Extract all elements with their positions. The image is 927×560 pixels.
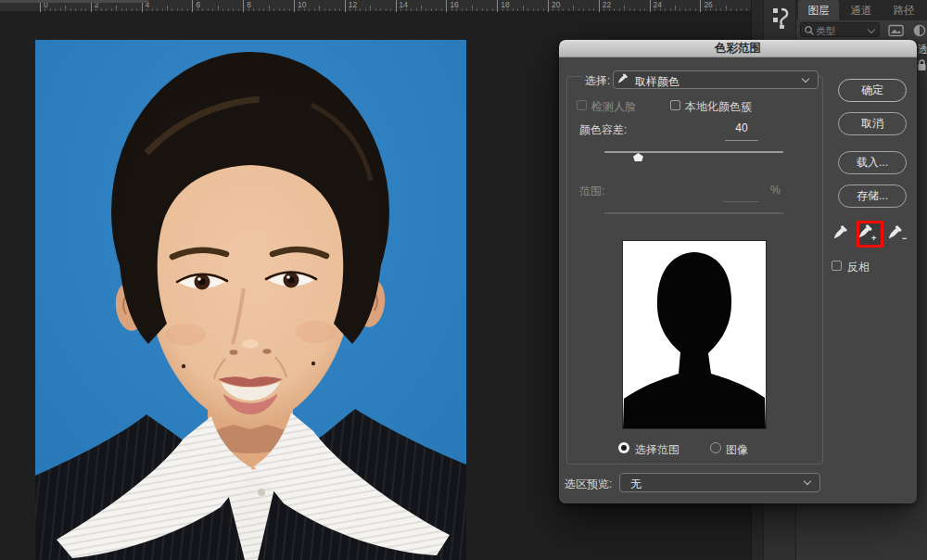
search-icon: [804, 25, 815, 36]
ruler-number: 24: [650, 0, 662, 12]
range-value-underline: [723, 201, 758, 202]
panel-tabbar: 图层 通道 路径: [796, 0, 927, 20]
eyedropper-plus-highlight[interactable]: +: [857, 221, 883, 248]
document-photo[interactable]: [35, 40, 466, 560]
portrait-photo-graphic: [35, 40, 466, 560]
ruler-number: 16: [446, 0, 458, 12]
fuzziness-label: 颜色容差:: [579, 122, 627, 138]
eyedropper-minus-tool[interactable]: −: [889, 224, 909, 245]
image-radio[interactable]: [710, 442, 721, 453]
eyedropper-plus-icon: [859, 223, 880, 244]
cancel-button[interactable]: 取消: [838, 112, 907, 135]
photoshop-workspace: 02468101214161820222426 图层 通道 路径: [0, 0, 927, 560]
fuzziness-slider-track[interactable]: [604, 151, 783, 153]
tab-layers[interactable]: 图层: [798, 0, 839, 20]
minus-glyph: −: [902, 234, 907, 243]
image-radio-label: 图像: [726, 442, 748, 458]
ruler-number: 14: [396, 0, 408, 12]
tab-channels[interactable]: 通道: [841, 0, 882, 20]
ruler-number: 10: [294, 0, 306, 12]
selection-preview-value: 无: [630, 477, 641, 492]
range-label: 范围:: [579, 184, 604, 199]
tab-paths[interactable]: 路径: [883, 0, 924, 20]
selection-preview-dropdown[interactable]: 无: [619, 473, 820, 492]
localized-clusters-checkbox[interactable]: [670, 100, 680, 110]
layer-filter-kind-dropdown[interactable]: 类型: [800, 22, 880, 37]
ruler-number: 26: [700, 0, 712, 12]
selection-preview-label: 选区预览:: [565, 477, 612, 492]
selection-mask-preview[interactable]: [623, 241, 766, 428]
filter-pixel-layers-icon[interactable]: [888, 24, 904, 37]
ruler-number: 6: [192, 0, 200, 12]
fuzziness-value[interactable]: 40: [725, 121, 758, 134]
invert-label: 反相: [847, 260, 870, 275]
select-dropdown[interactable]: 取样颜色: [613, 70, 819, 89]
opacity-label-fragment: 透: [918, 43, 927, 57]
detect-faces-label: 检测人脸: [591, 99, 636, 115]
ruler-number: 8: [243, 0, 251, 12]
ok-button[interactable]: 确定: [838, 79, 907, 102]
ruler-number: 18: [497, 0, 509, 12]
layer-filter-kind-label: 类型: [816, 25, 835, 38]
chevron-down-icon: [868, 26, 875, 33]
load-button[interactable]: 载入...: [838, 151, 907, 174]
chevron-down-icon: [804, 477, 811, 485]
dialog-title[interactable]: 色彩范围: [559, 40, 917, 57]
eyedropper-tool[interactable]: [834, 224, 855, 245]
save-button[interactable]: 存储...: [838, 185, 907, 208]
range-unit: %: [770, 184, 781, 197]
fuzziness-value-underline: [725, 140, 758, 141]
select-dropdown-value: 取样颜色: [635, 74, 679, 90]
range-slider-track: [604, 212, 783, 214]
eyedropper-icon: [618, 72, 633, 88]
ruler-number: 12: [345, 0, 357, 12]
select-label: 选择:: [582, 73, 613, 89]
eyedropper-icon: [834, 224, 855, 245]
selection-radio-label: 选择范围: [635, 442, 679, 458]
plus-glyph: +: [871, 234, 876, 243]
layer-filter-row: 类型: [796, 20, 927, 41]
document-tab-edge: [0, 0, 148, 3]
chevron-down-icon: [802, 75, 809, 83]
localized-clusters-label: 本地化颜色簇: [685, 99, 752, 115]
color-range-dialog: 色彩范围 选择: 取样颜色 检测人脸 本地化颜色簇 颜色容差: 40 范围: %: [559, 40, 917, 503]
filter-adjustment-layers-icon[interactable]: [913, 24, 926, 37]
ruler-number: 22: [599, 0, 611, 12]
selection-radio[interactable]: [618, 442, 629, 453]
lock-icon: [917, 58, 927, 72]
ruler-number: 20: [548, 0, 560, 12]
invert-checkbox[interactable]: [832, 261, 842, 271]
history-panel-icon[interactable]: [766, 3, 794, 35]
detect-faces-checkbox[interactable]: [577, 100, 587, 110]
